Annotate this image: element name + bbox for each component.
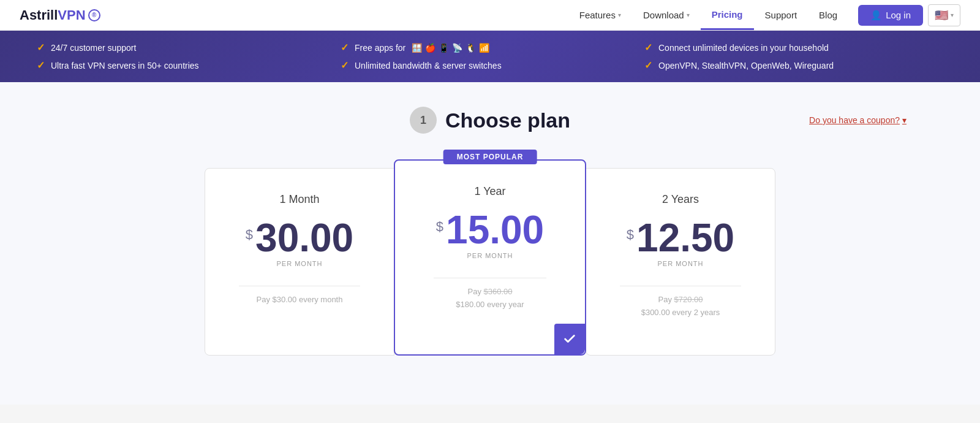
- nav-item-support[interactable]: Support: [754, 1, 809, 29]
- per-month-1month: PER MONTH: [277, 260, 323, 267]
- logo-astrill: Astrill: [20, 7, 58, 23]
- feature-bar: ✓ 24/7 customer support ✓ Ultra fast VPN…: [0, 31, 980, 82]
- wifi-icon: 📶: [479, 43, 489, 53]
- nav-item-blog[interactable]: Blog: [808, 1, 848, 29]
- nav-item-download[interactable]: Download ▾: [632, 1, 701, 29]
- feature-item-servers: ✓ Ultra fast VPN servers in 50+ countrie…: [37, 59, 336, 71]
- price-row-1month: $ 30.00: [246, 218, 353, 257]
- check-icon: ✓: [644, 59, 652, 71]
- per-month-2years: PER MONTH: [658, 260, 704, 267]
- pricing-cards: 1 Month $ 30.00 PER MONTH Pay $30.00 eve…: [0, 156, 980, 368]
- currency-2years: $: [627, 227, 634, 243]
- check-icon: ✓: [37, 59, 45, 71]
- logo-vpn: VPN: [58, 7, 85, 23]
- main-content: 1 Choose plan Do you have a coupon? ▾ 1 …: [0, 82, 980, 405]
- original-price-2years: $720.00: [674, 295, 703, 304]
- nav-links: Features ▾ Download ▾ Pricing Support Bl…: [568, 1, 848, 30]
- nav-link-download[interactable]: Download ▾: [632, 1, 701, 29]
- plan-card-1year-wrapper: MOST POPULAR 1 Year $ 15.00 PER MONTH Pa…: [394, 159, 586, 356]
- nav-item-features[interactable]: Features ▾: [568, 1, 632, 29]
- check-icon: ✓: [341, 42, 349, 53]
- platform-icons: 🪟 🍎 📱 📡 🐧 📶: [412, 43, 489, 53]
- user-icon: 👤: [870, 10, 882, 21]
- pay-info-2years: Pay $720.00 $300.00 every 2 years: [641, 294, 720, 319]
- feature-col-2: ✓ Free apps for 🪟 🍎 📱 📡 🐧 📶 ✓ Unlimited …: [341, 42, 639, 71]
- navbar: AstrillVPN® Features ▾ Download ▾ Pricin…: [0, 0, 980, 31]
- price-row-2years: $ 12.50: [627, 218, 734, 257]
- pay-info-1month: Pay $30.00 every month: [257, 294, 343, 307]
- feature-item-devices: ✓ Connect unlimited devices in your hous…: [644, 42, 943, 53]
- price-amount-1year: 15.00: [446, 210, 544, 250]
- windows-icon: 🪟: [412, 43, 422, 53]
- flag-icon: 🇺🇸: [935, 9, 948, 22]
- coupon-link[interactable]: Do you have a coupon? ▾: [809, 115, 907, 125]
- plan-name-1year: 1 Year: [474, 185, 505, 198]
- feature-item-bandwidth: ✓ Unlimited bandwidth & server switches: [341, 59, 639, 71]
- currency-1year: $: [436, 219, 443, 235]
- android-icon: 📱: [439, 43, 449, 53]
- feature-item-free-apps: ✓ Free apps for 🪟 🍎 📱 📡 🐧 📶: [341, 42, 639, 53]
- nav-link-support[interactable]: Support: [754, 1, 809, 29]
- check-icon: ✓: [37, 42, 45, 53]
- router-icon: 📡: [452, 43, 462, 53]
- chevron-down-icon: ▾: [951, 12, 954, 18]
- feature-item-support: ✓ 24/7 customer support: [37, 42, 336, 53]
- original-price-1year: $360.00: [484, 287, 513, 296]
- divider: [239, 286, 360, 286]
- pay-info-1year: Pay $360.00 $180.00 every year: [456, 286, 524, 311]
- step-badge: 1: [410, 107, 437, 134]
- feature-col-3: ✓ Connect unlimited devices in your hous…: [644, 42, 943, 71]
- divider: [434, 278, 546, 278]
- plan-name-1month: 1 Month: [279, 193, 319, 206]
- login-button[interactable]: 👤 Log in: [858, 5, 923, 26]
- check-icon: ✓: [341, 59, 349, 71]
- currency-1month: $: [246, 227, 253, 243]
- nav-link-pricing[interactable]: Pricing: [701, 1, 754, 30]
- chevron-down-icon: ▾: [618, 12, 621, 18]
- language-selector[interactable]: 🇺🇸 ▾: [928, 4, 960, 26]
- price-row-1year: $ 15.00: [436, 210, 544, 250]
- check-icon: ✓: [644, 42, 652, 53]
- section-header: 1 Choose plan Do you have a coupon? ▾: [0, 107, 980, 134]
- logo-globe-icon: ®: [88, 9, 100, 21]
- chevron-down-icon: ▾: [902, 115, 907, 125]
- apple-icon: 🍎: [425, 43, 435, 53]
- feature-item-protocols: ✓ OpenVPN, StealthVPN, OpenWeb, Wireguar…: [644, 59, 943, 71]
- nav-link-features[interactable]: Features ▾: [568, 1, 632, 29]
- most-popular-badge: MOST POPULAR: [443, 150, 537, 164]
- price-amount-1month: 30.00: [255, 218, 353, 257]
- chevron-down-icon: ▾: [687, 12, 690, 18]
- checkmark-svg: [563, 332, 576, 346]
- divider: [620, 286, 741, 286]
- selected-check-icon: [554, 324, 585, 354]
- plan-name-2years: 2 Years: [662, 193, 699, 206]
- price-amount-2years: 12.50: [636, 218, 734, 257]
- logo[interactable]: AstrillVPN®: [20, 7, 100, 23]
- nav-item-pricing[interactable]: Pricing: [701, 1, 754, 30]
- section-title: Choose plan: [445, 109, 570, 132]
- per-month-1year: PER MONTH: [467, 252, 513, 259]
- plan-card-1month[interactable]: 1 Month $ 30.00 PER MONTH Pay $30.00 eve…: [205, 168, 394, 356]
- linux-icon: 🐧: [466, 43, 476, 53]
- nav-link-blog[interactable]: Blog: [808, 1, 848, 29]
- plan-card-2years[interactable]: 2 Years $ 12.50 PER MONTH Pay $720.00 $3…: [586, 168, 775, 356]
- feature-col-1: ✓ 24/7 customer support ✓ Ultra fast VPN…: [37, 42, 336, 71]
- plan-card-1year-border: MOST POPULAR 1 Year $ 15.00 PER MONTH Pa…: [394, 159, 586, 356]
